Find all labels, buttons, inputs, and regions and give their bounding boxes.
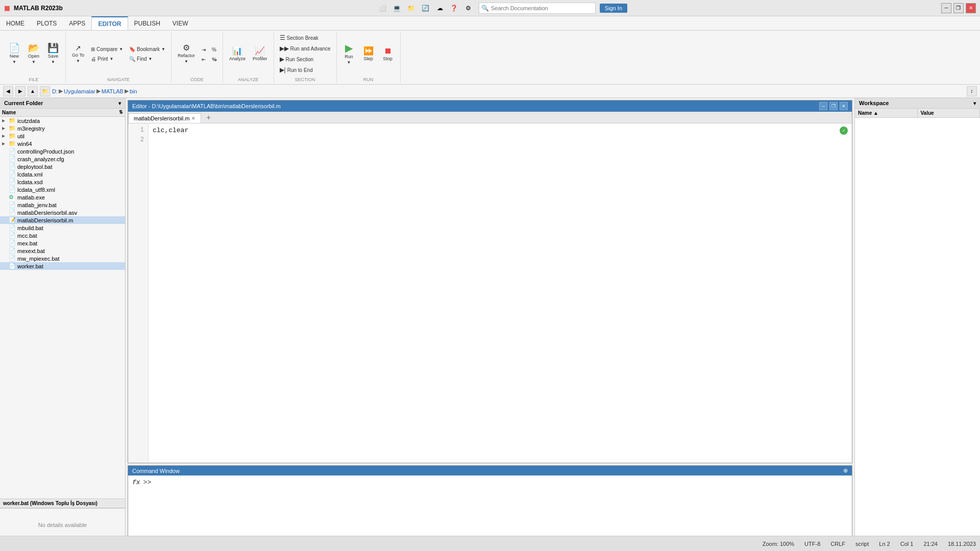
list-item[interactable]: 📄 matlabDerslerisorbil.asv xyxy=(0,209,125,216)
open-button[interactable]: 📂 Open ▼ xyxy=(24,41,43,66)
icon-btn-1[interactable]: ⬜ xyxy=(377,2,389,14)
run-and-advance-button[interactable]: ▶▶ Run and Advance xyxy=(277,43,333,54)
file-name: matlabDerslerisorbil.asv xyxy=(17,210,77,216)
list-item[interactable]: 📄 mexext.bat xyxy=(0,247,125,255)
list-item[interactable]: 📄 matlab_jenv.bat xyxy=(0,201,125,209)
list-item[interactable]: 📄 lcdata.xsd xyxy=(0,178,125,186)
json-file-icon: 📄 xyxy=(9,148,16,155)
icon-btn-settings[interactable]: ⚙ xyxy=(462,2,475,14)
list-item[interactable]: ▶ 📁 icutzdata xyxy=(0,117,125,124)
nav-expand-button[interactable]: ↕ xyxy=(967,86,977,96)
workspace-icon[interactable]: ▾ xyxy=(973,101,976,106)
editor-restore-button[interactable]: ❐ xyxy=(829,102,838,110)
minimize-button[interactable]: ─ xyxy=(941,3,951,13)
selected-file-name: worker.bat (Windows Toplu İş Dosyası) xyxy=(3,500,97,506)
nav-path-bin[interactable]: bin xyxy=(130,88,137,94)
code-area[interactable]: clc,clear xyxy=(149,123,852,463)
editor-close-button[interactable]: ✕ xyxy=(840,102,848,110)
menu-editor[interactable]: EDITOR xyxy=(91,16,128,30)
uncomment-btn[interactable]: %̶ xyxy=(209,55,219,64)
bookmark-button[interactable]: 🔖 Bookmark ▼ xyxy=(127,45,168,54)
find-button[interactable]: 🔍 Find ▼ xyxy=(127,55,168,63)
nav-path-d[interactable]: D: xyxy=(52,88,58,94)
nav-path-matlab[interactable]: MATLAB xyxy=(102,88,124,94)
save-button[interactable]: 💾 Save ▼ xyxy=(44,41,62,66)
list-item[interactable]: 📄 crash_analyzer.cfg xyxy=(0,155,125,163)
header-right: ⬜ 💻 📁 🔄 ☁ ❓ ⚙ 🔍 Sign In xyxy=(377,2,627,14)
add-tab-button[interactable]: + xyxy=(202,112,214,123)
editor-minimize-button[interactable]: ─ xyxy=(819,102,827,110)
expand-icon: ▶ xyxy=(2,118,7,123)
step-button[interactable]: ⏩ Step xyxy=(359,45,378,63)
restore-button[interactable]: ❐ xyxy=(953,3,964,13)
comment-btn[interactable]: % xyxy=(209,45,219,54)
nav-path-uygulamalar[interactable]: Uygulamalar xyxy=(64,88,95,94)
list-item[interactable]: 📄 deploytool.bat xyxy=(0,163,125,170)
icon-btn-help[interactable]: ❓ xyxy=(448,2,460,14)
sign-in-button[interactable]: Sign In xyxy=(600,4,627,13)
goto-button[interactable]: ↗ Go To ▼ xyxy=(69,42,87,65)
section-break-button[interactable]: ☰ Section Break xyxy=(277,33,321,43)
new-button[interactable]: 📄 New ▼ xyxy=(5,41,23,66)
menu-apps[interactable]: APPS xyxy=(63,16,91,30)
nav-back-button[interactable]: ◀ xyxy=(3,86,13,96)
menu-home[interactable]: HOME xyxy=(0,16,31,30)
profiler-button[interactable]: 📈 Profiler xyxy=(250,45,271,63)
new-icon: 📄 xyxy=(9,43,20,53)
nav-browse-button[interactable]: 📁 xyxy=(40,86,50,96)
command-window-icon[interactable]: ⊕ xyxy=(843,467,848,474)
menu-view[interactable]: VIEW xyxy=(166,16,194,30)
left-panel: Current Folder ▾ Name ⇅ ▶ 📁 icutzdata ▶ … xyxy=(0,98,126,549)
compare-button[interactable]: ⊞ Compare ▼ xyxy=(88,45,126,54)
list-item[interactable]: ▶ 📁 m3iregistry xyxy=(0,124,125,132)
ws-name-col[interactable]: Name ▲ xyxy=(855,109,918,117)
editor-content[interactable]: 1 2 clc,clear ✓ xyxy=(128,123,852,463)
nav-up-button[interactable]: ▲ xyxy=(28,86,38,96)
current-folder-header: Current Folder ▾ xyxy=(0,98,125,109)
list-item[interactable]: ▶ 📁 util xyxy=(0,132,125,140)
list-item[interactable]: 📄 lcdata_utf8.xml xyxy=(0,186,125,193)
list-item[interactable]: 📝 matlabDerslerisorbil.m xyxy=(0,216,125,224)
bat-file-icon: 📄 xyxy=(9,263,16,269)
menu-plots[interactable]: PLOTS xyxy=(31,16,63,30)
analyze-button[interactable]: 📊 Analyze xyxy=(226,45,249,63)
icon-btn-4[interactable]: 🔄 xyxy=(420,2,432,14)
nav-forward-button[interactable]: ▶ xyxy=(15,86,26,96)
run-button[interactable]: ▶ Run ▼ xyxy=(340,41,358,67)
refactor-button[interactable]: ⚙ Refactor ▼ xyxy=(175,42,198,66)
ws-value-col[interactable]: Value xyxy=(918,109,981,117)
toolbar-group-section: ☰ Section Break ▶▶ Run and Advance ▶ Run… xyxy=(274,32,337,83)
close-button[interactable]: ✕ xyxy=(966,3,976,13)
sort-icon[interactable]: ⇅ xyxy=(119,110,123,115)
compare-label: Compare xyxy=(96,46,117,52)
icon-btn-3[interactable]: 📁 xyxy=(405,2,418,14)
date-status: 18.11.2023 xyxy=(948,541,976,547)
menu-publish[interactable]: PUBLISH xyxy=(128,16,166,30)
search-input[interactable] xyxy=(491,5,593,11)
list-item[interactable]: 📄 mcc.bat xyxy=(0,232,125,239)
search-documentation[interactable]: 🔍 xyxy=(479,3,596,14)
indent-btn[interactable]: ⇥ xyxy=(199,45,208,54)
editor-tab-main[interactable]: matlabDerslerisorbil.m ✕ xyxy=(128,113,201,123)
panel-header-icon[interactable]: ▾ xyxy=(118,101,121,106)
run-section-button[interactable]: ▶ Run Section xyxy=(277,54,316,64)
icon-btn-5[interactable]: ☁ xyxy=(434,2,446,14)
icon-btn-2[interactable]: 💻 xyxy=(391,2,403,14)
nav-sep-3: ▶ xyxy=(125,88,129,94)
file-name: mbuild.bat xyxy=(17,225,43,231)
list-item[interactable]: 📄 lcdata.xml xyxy=(0,170,125,178)
list-item[interactable]: ⚙ matlab.exe xyxy=(0,193,125,201)
list-item[interactable]: 📄 worker.bat xyxy=(0,262,125,270)
list-item[interactable]: 📄 controllingProduct.json xyxy=(0,147,125,155)
list-item[interactable]: ▶ 📁 win64 xyxy=(0,140,125,147)
stop-button[interactable]: ⏹ Stop xyxy=(379,45,397,63)
print-icon: 🖨 xyxy=(91,56,96,62)
print-button[interactable]: 🖨 Print ▼ xyxy=(88,55,126,63)
outdent-btn[interactable]: ⇤ xyxy=(199,55,208,64)
tab-close-icon[interactable]: ✕ xyxy=(191,116,195,121)
list-item[interactable]: 📄 mbuild.bat xyxy=(0,224,125,232)
command-window: Command Window ⊕ fx >> xyxy=(128,465,852,547)
run-to-end-button[interactable]: ▶| Run to End xyxy=(277,65,315,75)
list-item[interactable]: 📄 mw_mpiexec.bat xyxy=(0,255,125,262)
list-item[interactable]: 📄 mex.bat xyxy=(0,239,125,247)
